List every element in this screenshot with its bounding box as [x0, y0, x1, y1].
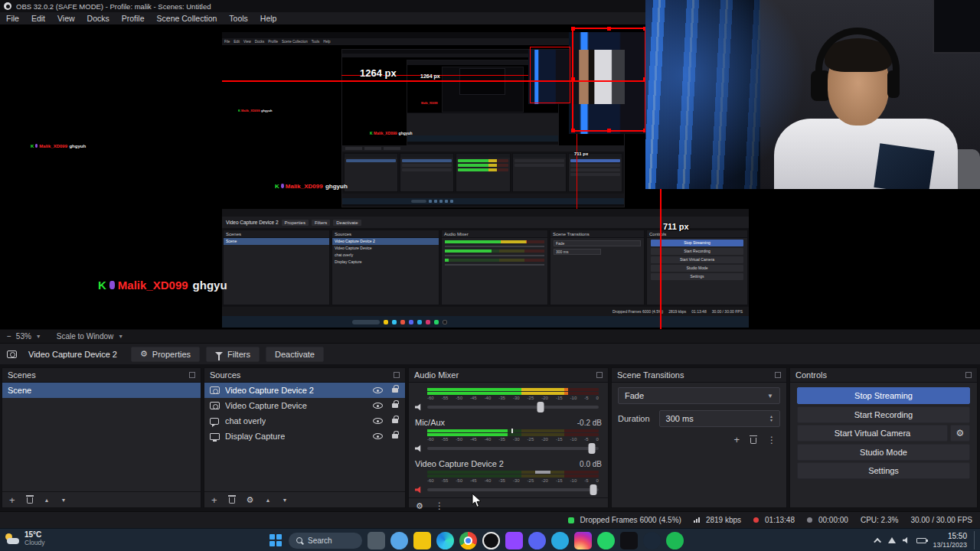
settings-button[interactable]: Settings: [797, 462, 970, 479]
remove-source-icon[interactable]: [229, 497, 235, 504]
menu-item[interactable]: Docks: [81, 14, 116, 23]
move-down-icon[interactable]: ▼: [61, 497, 67, 503]
chevron-down-icon[interactable]: ▼: [118, 334, 123, 339]
dock-options-icon[interactable]: [394, 372, 400, 378]
battery-icon[interactable]: [916, 538, 926, 543]
move-up-icon[interactable]: ▲: [265, 497, 270, 503]
record-time: 00:00:00: [818, 516, 848, 524]
task-view-icon[interactable]: [368, 532, 385, 549]
scale-mode[interactable]: Scale to Window: [57, 332, 113, 341]
volume-slider-handle[interactable]: [589, 443, 596, 454]
obs-icon[interactable]: [482, 532, 500, 549]
lock-icon[interactable]: [392, 388, 398, 393]
zoom-level[interactable]: 53%: [16, 332, 31, 341]
lock-icon[interactable]: [392, 419, 398, 423]
twitch-icon[interactable]: [505, 532, 523, 549]
telegram-icon[interactable]: [551, 532, 569, 549]
stop-streaming-button[interactable]: Stop Streaming: [797, 387, 970, 404]
properties-button[interactable]: ⚙ Properties: [131, 347, 200, 362]
source-type-icon: [210, 433, 220, 440]
menu-item[interactable]: Tools: [223, 14, 254, 23]
studio-mode-button[interactable]: Studio Mode: [797, 444, 970, 461]
source-selection-box[interactable]: [572, 28, 646, 132]
instagram-icon[interactable]: [574, 532, 592, 549]
volume-slider-handle[interactable]: [590, 484, 597, 495]
speaker-icon[interactable]: [415, 403, 423, 411]
dock-options-icon[interactable]: [965, 372, 972, 378]
menu-item[interactable]: Edit: [25, 14, 51, 23]
menu-item[interactable]: Help: [254, 14, 283, 23]
volume-slider[interactable]: [427, 406, 599, 409]
start-recording-button[interactable]: Start Recording: [797, 406, 970, 423]
steam-icon[interactable]: [643, 532, 661, 549]
visibility-eye-icon[interactable]: [373, 403, 383, 409]
resize-handle[interactable]: [607, 129, 611, 132]
dock-options-icon[interactable]: [189, 372, 195, 378]
start-virtual-camera-button[interactable]: Start Virtual Camera: [797, 425, 948, 442]
add-scene-icon[interactable]: +: [9, 495, 15, 505]
spotify-icon[interactable]: [666, 532, 684, 549]
virtual-camera-settings-button[interactable]: ⚙: [950, 425, 970, 442]
dock-options-icon[interactable]: [596, 372, 603, 378]
volume-slider[interactable]: [427, 447, 599, 450]
deactivate-button[interactable]: Deactivate: [266, 347, 324, 362]
edge-icon[interactable]: [436, 532, 454, 549]
resize-handle[interactable]: [607, 27, 611, 31]
start-button[interactable]: [268, 533, 283, 548]
volume-slider[interactable]: [427, 488, 599, 491]
source-row[interactable]: Display Capture: [204, 429, 405, 444]
filters-button[interactable]: Filters: [206, 347, 260, 362]
spin-down-icon[interactable]: ▼: [769, 419, 773, 423]
whatsapp-icon[interactable]: [597, 532, 615, 549]
menu-item[interactable]: File: [0, 14, 25, 23]
windows-taskbar: 15°C Cloudy Search 15:50 13/11/2023: [0, 528, 980, 551]
controls-dock: Controls Stop Streaming Start Recording …: [789, 367, 978, 508]
discord-icon[interactable]: [528, 532, 546, 549]
tray-expand-icon[interactable]: [874, 537, 881, 545]
dock-options-icon[interactable]: [775, 372, 781, 378]
lock-icon[interactable]: [392, 403, 398, 408]
source-properties-icon[interactable]: ⚙: [247, 496, 254, 504]
add-transition-icon[interactable]: +: [733, 435, 740, 445]
kebab-menu-icon[interactable]: ⋮: [435, 501, 445, 510]
muted-speaker-icon[interactable]: [415, 486, 423, 494]
move-up-icon[interactable]: ▲: [44, 497, 50, 503]
zoom-out-icon[interactable]: −: [7, 332, 11, 341]
taskbar-search[interactable]: Search: [289, 533, 362, 549]
add-source-icon[interactable]: +: [211, 495, 217, 505]
resize-handle[interactable]: [571, 77, 575, 81]
volume-icon[interactable]: [903, 537, 910, 544]
transitions-dock-title: Scene Transitions: [617, 370, 684, 380]
menu-item[interactable]: Profile: [116, 14, 151, 23]
mixer-options-icon[interactable]: ⚙: [416, 502, 423, 510]
visibility-eye-icon[interactable]: [373, 433, 383, 439]
kebab-menu-icon[interactable]: ⋮: [767, 435, 777, 445]
remove-transition-icon[interactable]: [750, 438, 756, 444]
remove-scene-icon[interactable]: [27, 497, 33, 504]
file-explorer-icon[interactable]: [413, 532, 431, 549]
resize-handle[interactable]: [571, 27, 575, 31]
move-down-icon[interactable]: ▼: [282, 497, 287, 503]
transition-select[interactable]: Fade ▼: [618, 387, 780, 404]
lock-icon[interactable]: [392, 434, 398, 439]
scene-row[interactable]: Scene: [2, 383, 201, 398]
source-row[interactable]: chat overly: [204, 413, 405, 429]
menu-item[interactable]: Scene Collection: [151, 14, 224, 23]
resize-handle[interactable]: [571, 129, 575, 132]
tiktok-icon[interactable]: [620, 532, 638, 549]
wifi-icon[interactable]: [888, 537, 896, 543]
duration-spinbox[interactable]: 300 ms ▲▼: [659, 410, 780, 427]
chrome-icon[interactable]: [459, 532, 477, 549]
volume-slider-handle[interactable]: [537, 402, 544, 412]
menu-item[interactable]: View: [51, 14, 81, 23]
speaker-icon[interactable]: [415, 445, 423, 452]
chevron-down-icon[interactable]: ▼: [36, 334, 41, 339]
show-desktop-strip[interactable]: [974, 531, 977, 549]
source-row[interactable]: Video Capture Device 2: [204, 383, 405, 398]
taskbar-clock[interactable]: 15:50 13/11/2023: [933, 532, 967, 549]
source-row[interactable]: Video Capture Device: [204, 398, 405, 413]
weather-widget[interactable]: 15°C Cloudy: [5, 530, 44, 546]
visibility-eye-icon[interactable]: [373, 387, 383, 393]
widgets-icon[interactable]: [390, 532, 408, 549]
visibility-eye-icon[interactable]: [373, 418, 383, 424]
